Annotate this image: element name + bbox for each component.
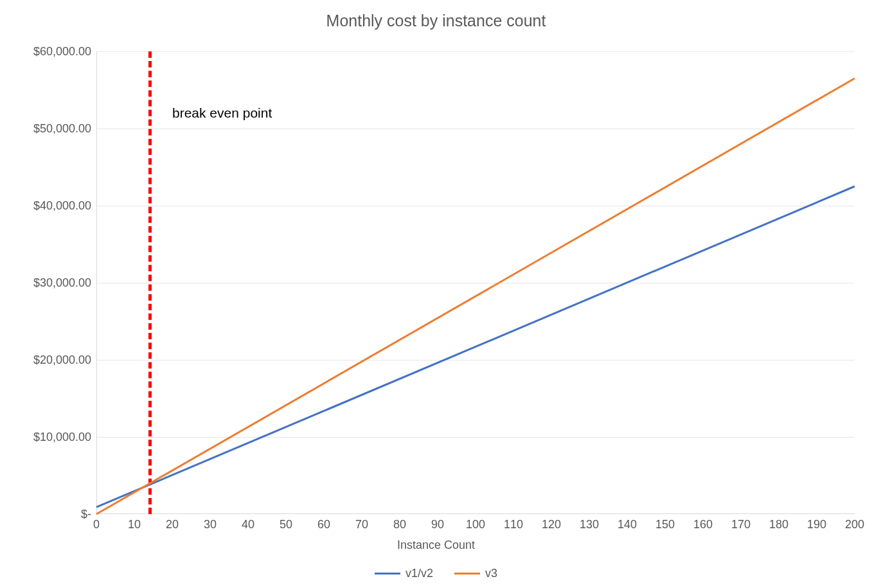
x-tick-label: 60 bbox=[317, 518, 330, 531]
x-tick-label: 30 bbox=[204, 518, 217, 531]
x-tick-label: 50 bbox=[280, 518, 292, 531]
y-tick-label: $10,000.00 bbox=[14, 431, 91, 444]
x-tick-label: 0 bbox=[93, 518, 100, 531]
x-tick-label: 40 bbox=[242, 518, 254, 531]
legend-swatch-v1v2 bbox=[375, 573, 400, 575]
series-v3 bbox=[96, 78, 855, 514]
series-v1v2 bbox=[96, 186, 855, 507]
x-tick-label: 110 bbox=[504, 518, 523, 531]
chart-container: Monthly cost by instance count break eve… bbox=[0, 0, 872, 588]
series-layer bbox=[96, 51, 855, 514]
x-tick-label: 90 bbox=[431, 518, 444, 531]
y-tick-label: $40,000.00 bbox=[14, 199, 91, 213]
x-tick-label: 190 bbox=[807, 518, 826, 531]
y-tick-label: $20,000.00 bbox=[14, 353, 91, 367]
x-tick-label: 20 bbox=[166, 518, 179, 531]
chart-title: Monthly cost by instance count bbox=[0, 0, 872, 30]
x-tick-label: 100 bbox=[466, 518, 485, 531]
x-tick-label: 200 bbox=[845, 518, 864, 531]
legend-label-v3: v3 bbox=[485, 567, 497, 580]
x-tick-label: 80 bbox=[393, 518, 406, 531]
legend-item-v1v2: v1/v2 bbox=[375, 567, 433, 580]
x-tick-label: 70 bbox=[355, 518, 368, 531]
x-tick-label: 140 bbox=[618, 518, 637, 531]
x-tick-label: 120 bbox=[542, 518, 561, 531]
legend-swatch-v3 bbox=[454, 573, 480, 575]
x-tick-label: 170 bbox=[731, 518, 751, 531]
x-tick-label: 160 bbox=[693, 518, 713, 531]
legend-item-v3: v3 bbox=[454, 567, 497, 580]
x-tick-label: 10 bbox=[128, 518, 141, 531]
legend: v1/v2 v3 bbox=[0, 564, 872, 580]
x-tick-label: 150 bbox=[655, 518, 675, 531]
y-tick-label: $50,000.00 bbox=[14, 122, 91, 136]
legend-label-v1v2: v1/v2 bbox=[405, 567, 433, 580]
x-tick-label: 130 bbox=[580, 518, 599, 531]
y-tick-label: $30,000.00 bbox=[14, 276, 91, 290]
y-tick-label: $60,000.00 bbox=[14, 45, 91, 58]
x-tick-label: 180 bbox=[769, 518, 788, 531]
y-tick-label: $- bbox=[14, 508, 91, 521]
x-axis-title: Instance Count bbox=[0, 539, 872, 552]
